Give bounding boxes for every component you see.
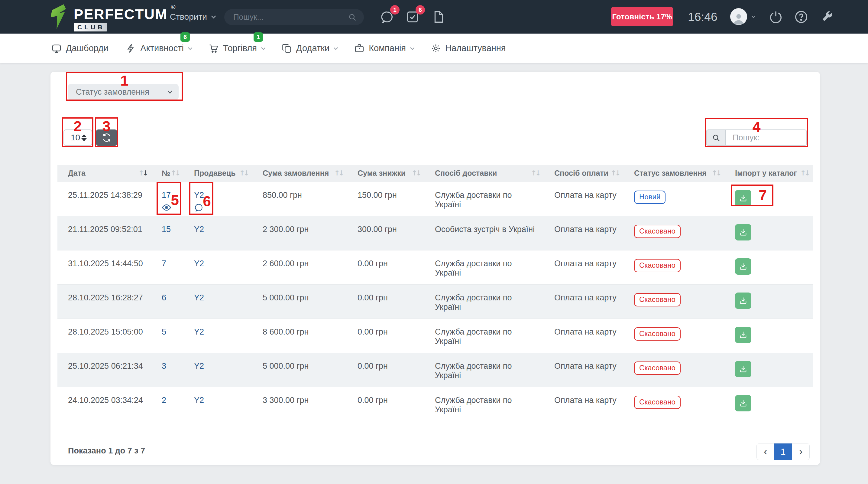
pagination-prev-button[interactable]: ‹ — [757, 444, 774, 460]
seller-link[interactable]: Y2 — [194, 362, 204, 371]
import-to-catalog-button[interactable] — [735, 258, 751, 275]
sort-arrows-icon: ↑↓ — [800, 169, 809, 177]
cell-delivery: Служба доставки по Україні — [424, 318, 544, 353]
sort-arrows-icon: ↑↓ — [334, 169, 343, 177]
download-icon — [739, 228, 747, 236]
order-number-link[interactable]: 6 — [162, 293, 166, 302]
global-search[interactable] — [224, 9, 364, 25]
column-header-seller[interactable]: Продавець↑↓ — [183, 165, 252, 182]
status-badge: Скасовано — [634, 225, 681, 238]
readiness-button[interactable]: Готовність 17% — [611, 7, 673, 26]
order-number-link[interactable]: 15 — [162, 225, 171, 234]
cell-number: 6 — [151, 284, 183, 318]
import-to-catalog-button[interactable] — [735, 292, 751, 309]
cell-delivery: Особиста зустріч в Україні — [424, 216, 544, 250]
cell-import — [724, 284, 813, 318]
speech-bubble-icon — [194, 204, 204, 211]
cell-discount: 300.00 грн — [347, 216, 424, 250]
order-number-link[interactable]: 17 — [162, 191, 171, 200]
cell-discount: 0.00 грн — [347, 250, 424, 284]
order-number-link[interactable]: 5 — [162, 327, 166, 336]
help-button[interactable] — [794, 10, 808, 24]
cell-import — [724, 318, 813, 353]
avatar-chevron-icon[interactable] — [751, 14, 755, 18]
tasks-badge: 6 — [415, 5, 425, 15]
column-header-import[interactable]: Імпорт у каталог↑↓ — [724, 165, 813, 182]
column-header-discount[interactable]: Сума знижки↑↓ — [347, 165, 424, 182]
tools-button[interactable] — [819, 10, 834, 24]
main-navigation: Дашборди Активності 6 Торгівля 1 Додатки… — [0, 34, 868, 63]
order-number-link[interactable]: 2 — [162, 396, 166, 405]
table-row: 28.10.2025 16:28:276Y25 000.00 грн0.00 г… — [57, 284, 813, 318]
column-header-date[interactable]: Дата↑↓ — [57, 165, 151, 182]
order-number-link[interactable]: 3 — [162, 362, 166, 371]
seller-link[interactable]: Y2 — [194, 191, 204, 200]
logo-mark-icon — [51, 4, 69, 29]
pagination-next-button[interactable]: › — [792, 444, 809, 460]
sort-arrows-icon: ↑↓ — [170, 169, 179, 177]
seller-link[interactable]: Y2 — [194, 327, 204, 336]
chevron-down-icon — [211, 14, 216, 19]
column-header-delivery[interactable]: Спосіб доставки↑↓ — [424, 165, 544, 182]
cell-import — [724, 182, 813, 216]
logout-button[interactable] — [769, 10, 783, 24]
cell-delivery: Служба доставки по Україні — [424, 387, 544, 421]
import-to-catalog-button[interactable] — [735, 361, 751, 377]
app-logo[interactable]: PERFECTUM ® CLUB — [51, 4, 167, 31]
seller-link[interactable]: Y2 — [194, 396, 204, 405]
sort-arrows-icon: ↑↓ — [411, 169, 420, 177]
nav-item-dashboards[interactable]: Дашборди — [51, 43, 108, 54]
chevron-down-icon — [188, 46, 192, 50]
table-row: 25.11.2025 14:38:2917Y2850.00 грн150.00 … — [57, 182, 813, 216]
chevron-down-icon — [261, 46, 266, 50]
create-button[interactable]: Створити — [170, 0, 215, 34]
seller-link[interactable]: Y2 — [194, 225, 204, 234]
documents-button[interactable] — [432, 10, 445, 24]
view-order-button[interactable] — [162, 204, 172, 211]
global-search-input[interactable] — [233, 12, 348, 22]
chevron-down-icon — [334, 46, 338, 50]
pagination: ‹ 1 › — [756, 443, 810, 460]
table-header-row: Дата↑↓ №↑↓ Продавець↑↓ Сума замовлення↑↓… — [57, 165, 813, 182]
cell-total: 2 600.00 грн — [252, 250, 347, 284]
seller-link[interactable]: Y2 — [194, 293, 204, 302]
nav-item-trade[interactable]: Торгівля 1 — [209, 43, 264, 54]
page-size-select[interactable]: 10 — [63, 130, 92, 146]
seller-link[interactable]: Y2 — [194, 259, 204, 268]
order-status-select[interactable]: Статус замовлення — [68, 84, 179, 100]
cell-payment: Оплата на карту — [544, 284, 623, 318]
nav-item-apps[interactable]: Додатки — [282, 43, 337, 54]
lightning-icon — [126, 43, 136, 54]
nav-item-activities[interactable]: Активності 6 — [126, 43, 191, 54]
tasks-button[interactable]: 6 — [406, 10, 420, 24]
import-to-catalog-button[interactable] — [735, 224, 751, 240]
messages-button[interactable]: 1 — [380, 10, 394, 24]
cell-import — [724, 387, 813, 421]
column-header-payment[interactable]: Спосіб оплати↑↓ — [544, 165, 623, 182]
eye-icon — [162, 204, 172, 211]
sort-arrows-icon: ↑↓ — [611, 169, 619, 177]
pagination-page-1[interactable]: 1 — [774, 444, 792, 460]
cell-status: Скасовано — [623, 216, 724, 250]
column-header-status[interactable]: Статус замовлення↑↓ — [623, 165, 724, 182]
user-avatar[interactable] — [730, 8, 747, 25]
order-number-link[interactable]: 7 — [162, 259, 166, 268]
status-badge: Скасовано — [634, 327, 681, 341]
status-badge: Скасовано — [634, 293, 681, 307]
search-addon[interactable] — [706, 130, 725, 146]
cell-total: 2 300.00 грн — [252, 216, 347, 250]
column-header-number[interactable]: №↑↓ — [151, 165, 183, 182]
refresh-button[interactable] — [96, 130, 117, 146]
import-to-catalog-button[interactable] — [735, 327, 751, 343]
cell-date: 25.11.2025 14:38:29 — [57, 182, 151, 216]
column-header-total[interactable]: Сума замовлення↑↓ — [252, 165, 347, 182]
import-to-catalog-button[interactable] — [735, 190, 751, 206]
table-search-input[interactable] — [725, 130, 807, 146]
cell-date: 25.10.2025 06:21:34 — [57, 353, 151, 387]
nav-item-settings[interactable]: Налаштування — [431, 43, 506, 54]
import-to-catalog-button[interactable] — [735, 395, 751, 411]
comment-button[interactable] — [194, 204, 204, 211]
download-icon — [739, 194, 747, 202]
spinner-arrows-icon — [81, 134, 87, 141]
nav-item-company[interactable]: Компанія — [354, 43, 413, 54]
